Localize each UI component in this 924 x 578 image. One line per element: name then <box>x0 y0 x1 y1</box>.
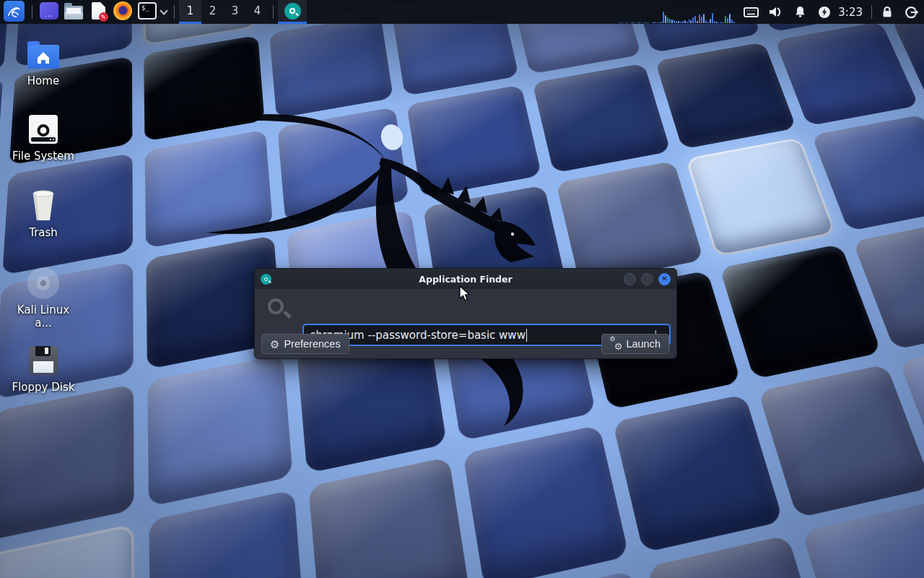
visualizer-bar <box>652 22 653 23</box>
visualizer-bar <box>712 13 713 23</box>
visualizer-bar <box>725 16 726 23</box>
volume-icon[interactable] <box>763 0 788 24</box>
visualizer-bar <box>680 22 681 23</box>
panel-separator <box>871 5 872 19</box>
launcher-text-editor[interactable]: ✎ <box>86 0 110 24</box>
visualizer-bar <box>710 19 711 23</box>
visualizer-bar <box>676 21 677 23</box>
visualizer-bar <box>622 22 623 23</box>
visualizer-bar <box>707 22 709 23</box>
lock-screen-icon[interactable] <box>875 0 899 24</box>
visualizer-bar <box>637 22 638 23</box>
visualizer-bar <box>669 19 671 23</box>
visualizer-bar <box>658 22 660 23</box>
visualizer-bar <box>723 22 724 23</box>
chevron-down-icon[interactable] <box>160 7 167 14</box>
visualizer-bar <box>690 20 692 23</box>
visualizer-bar <box>661 22 662 23</box>
desktop-icon-label: Trash <box>9 226 78 239</box>
visualizer-bar <box>619 22 621 23</box>
file-manager-icon <box>64 6 83 20</box>
visualizer-bar <box>648 22 649 23</box>
visualizer-bar <box>727 18 728 23</box>
visualizer-bar <box>703 14 705 23</box>
desktop-icon-floppy-disk[interactable]: Floppy Disk <box>9 344 78 394</box>
visualizer-bar <box>692 17 694 23</box>
launcher-terminal[interactable]: $_ <box>135 0 160 24</box>
visualizer-bar <box>632 22 634 23</box>
launcher-file-manager[interactable] <box>61 0 86 24</box>
keyboard-icon[interactable] <box>738 0 763 24</box>
mouse-cursor <box>459 285 472 303</box>
firefox-icon <box>113 1 132 20</box>
visualizer-bar <box>630 22 632 23</box>
launcher-app-window[interactable]: ... <box>37 0 61 24</box>
workspace-3[interactable]: 3 <box>224 0 246 24</box>
top-panel: ... ✎ $_ 1 2 3 4 <box>0 0 924 24</box>
window-title: Application Finder <box>255 274 676 285</box>
visualizer-bar <box>639 22 640 23</box>
desktop-icon-home[interactable]: Home <box>9 38 78 87</box>
launcher-firefox[interactable] <box>110 0 135 24</box>
maximize-button[interactable] <box>641 273 653 285</box>
visualizer-bar <box>720 22 722 23</box>
launch-label: Launch <box>626 338 661 350</box>
desktop-icon-trash[interactable]: Trash <box>9 189 78 239</box>
taskbar-application-finder[interactable] <box>278 0 307 24</box>
notifications-bell-icon[interactable] <box>788 0 812 24</box>
close-button[interactable]: ✕ <box>658 273 671 285</box>
preferences-label: Preferences <box>284 338 340 350</box>
visualizer-bar <box>645 22 647 23</box>
visualizer-bar <box>682 21 684 23</box>
desktop-icon-kali-linux[interactable]: Kali Linux a... <box>9 267 78 329</box>
desktop-icon-label: File System <box>9 150 78 163</box>
visualizer-bar <box>674 20 675 23</box>
workspace-4[interactable]: 4 <box>246 0 269 24</box>
panel-separator <box>32 5 32 19</box>
preferences-button[interactable]: ⚙ Preferences <box>261 334 349 354</box>
visualizer-bar <box>643 22 645 23</box>
visualizer-bar <box>663 12 664 23</box>
visualizer-bar <box>654 22 655 23</box>
terminal-icon: $_ <box>138 2 157 20</box>
app-window-icon: ... <box>40 2 58 20</box>
visualizer-bar <box>684 20 686 23</box>
audio-visualizer <box>619 9 735 23</box>
application-finder-icon <box>284 3 301 20</box>
visualizer-bar <box>718 22 720 23</box>
desktop-icon-file-system[interactable]: File System <box>9 113 78 163</box>
visualizer-bar <box>731 20 733 23</box>
desktop-icon-label: Home <box>9 74 78 87</box>
visualizer-bar <box>705 20 707 23</box>
search-icon <box>268 298 292 323</box>
visualizer-bar <box>626 22 627 23</box>
button-row: ⚙ Preferences ⚙⚙ Launch <box>255 334 676 354</box>
trash-can-icon <box>27 189 59 223</box>
floppy-disk-icon <box>29 346 58 375</box>
visualizer-bar <box>701 17 702 23</box>
workspace-2[interactable]: 2 <box>201 0 224 24</box>
home-folder-icon <box>27 45 59 69</box>
minimize-button[interactable] <box>624 273 636 285</box>
visualizer-bar <box>678 21 679 23</box>
visualizer-bar <box>714 21 715 23</box>
visualizer-bar <box>687 22 688 23</box>
workspace-1[interactable]: 1 <box>179 0 201 24</box>
visualizer-bar <box>733 22 735 23</box>
visualizer-bar <box>729 14 731 23</box>
logout-icon[interactable] <box>899 0 924 24</box>
hard-drive-icon <box>29 115 58 144</box>
pencil-badge-icon: ✎ <box>99 12 108 22</box>
panel-separator <box>273 5 274 19</box>
power-manager-icon[interactable] <box>812 0 837 24</box>
visualizer-bar <box>694 16 696 23</box>
visualizer-bar <box>689 19 690 23</box>
launch-button[interactable]: ⚙⚙ Launch <box>601 334 669 354</box>
clock[interactable]: 3:23 <box>837 6 868 19</box>
visualizer-bar <box>697 21 698 23</box>
panel-separator <box>174 5 175 19</box>
applications-menu-button[interactable] <box>0 0 27 24</box>
visualizer-bar <box>656 22 658 23</box>
gear-icon: ⚙ <box>270 339 279 350</box>
system-tray: 3:23 <box>738 0 924 24</box>
